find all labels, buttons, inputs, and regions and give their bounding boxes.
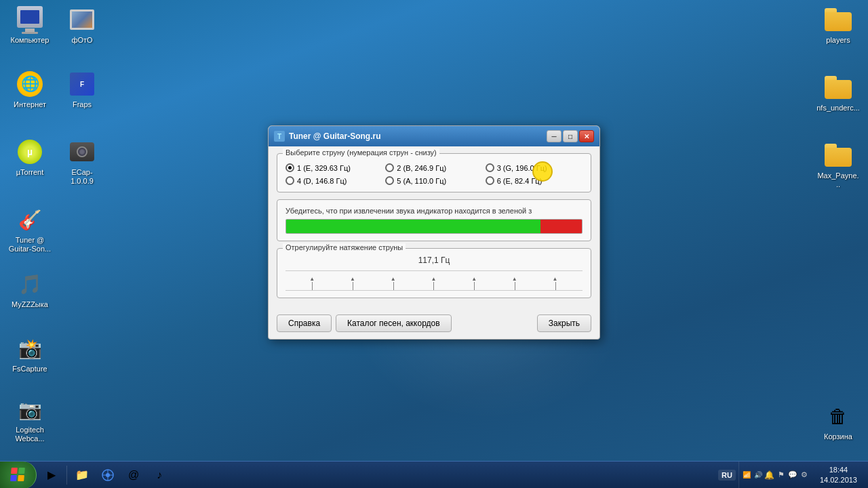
desktop-icon-nfs[interactable]: nfs_underc... [814, 71, 863, 115]
string-radio-3[interactable]: 3 (G, 196.0 Гц) [486, 163, 583, 172]
tray-icon-wifi[interactable]: 🔊 [753, 470, 763, 480]
tray-icon-network[interactable]: 📶 [742, 470, 751, 480]
desktop-icon-label: Корзина [824, 432, 852, 441]
taskbar: ▶ 📁 @ ♪ RU 📶 [0, 461, 868, 488]
taskbar-music-button[interactable]: ♪ [147, 464, 172, 487]
desktop-icon-fraps[interactable]: F Fraps [58, 68, 106, 112]
radio-dot-4[interactable] [285, 176, 294, 185]
string-label-4: 4 (D, 146.8 Гц) [297, 177, 347, 185]
string-label-6: 6 (E, 82.4 Гц) [497, 177, 542, 185]
tuning-section-legend: Отрегулируйте натяжение струны [283, 243, 406, 251]
tuning-tick-7 [555, 282, 556, 290]
close-button[interactable]: ✕ [579, 130, 594, 142]
catalog-button[interactable]: Каталог песен, аккордов [336, 314, 452, 332]
tuning-tick-6 [515, 282, 515, 290]
dialog-controls: ─ □ ✕ [547, 130, 594, 142]
taskbar-filemanager-button[interactable]: 📁 [70, 464, 94, 487]
tuning-tick-2 [353, 282, 353, 290]
desktop-icon-photo[interactable]: фОтО [58, 3, 106, 47]
desktop-icon-fscapture[interactable]: 📸 FsCapture [5, 332, 54, 376]
desktop-icon-label: Компьютер [11, 36, 50, 45]
dialog-titlebar[interactable]: T Tuner @ Guitar-Song.ru ─ □ ✕ [269, 126, 599, 146]
tuning-scale [285, 270, 583, 291]
desktop-icon-internet[interactable]: 🌐 Интернет [5, 68, 54, 112]
radio-dot-6[interactable] [486, 176, 494, 185]
volume-bar-green [286, 220, 540, 233]
desktop-icon-tuner[interactable]: 🎸 Tuner @ Guitar-Son... [5, 203, 54, 256]
dialog-footer: Справка Каталог песен, аккордов Закрыть [269, 312, 599, 339]
dialog-title-text: Tuner @ Guitar-Song.ru [289, 131, 547, 141]
desktop-icon-computer[interactable]: Компьютер [5, 3, 54, 47]
radio-dot-5[interactable] [385, 176, 394, 185]
radio-dot-2[interactable] [385, 163, 394, 172]
tuner-dialog: T Tuner @ Guitar-Song.ru ─ □ ✕ Выберите … [268, 125, 600, 340]
tuning-tick-3 [393, 282, 394, 290]
taskbar-apps: ▶ 📁 @ ♪ [37, 462, 174, 488]
chrome-icon [102, 469, 114, 481]
language-indicator[interactable]: RU [718, 470, 736, 481]
string-label-5: 5 (A, 110.0 Гц) [397, 177, 446, 185]
desktop-icon-label: nfs_underc... [816, 104, 860, 113]
desktop-icon-recycle[interactable]: 🗑 Корзина [814, 400, 863, 444]
dialog-content: Выберите струну (нумерация струн - снизу… [269, 146, 599, 312]
tuning-tick-4 [433, 282, 434, 290]
maximize-button[interactable]: □ [563, 130, 578, 142]
radio-dot-3[interactable] [486, 163, 494, 172]
clock-date: 14.02.2013 [820, 475, 857, 485]
volume-bar [285, 219, 583, 234]
desktop-icon-players[interactable]: players [814, 3, 863, 47]
desktop-icon-ecap[interactable]: ECap-1.0.0.9 [58, 136, 106, 188]
string-label-1: 1 (E, 329.63 Гц) [297, 164, 351, 172]
section-legend: Выберите струну (нумерация струн - снизу… [283, 148, 439, 157]
desktop-icon-webcam[interactable]: 📷 Logitech Webca... [5, 393, 54, 446]
taskbar-media-button[interactable]: ▶ [39, 464, 64, 487]
desktop: Компьютер фОтО 🌐 Интернет F Fraps µ [0, 0, 868, 488]
win-pane-green [18, 468, 25, 474]
minimize-button[interactable]: ─ [547, 130, 561, 142]
desktop-icon-label: µTorrent [16, 168, 44, 177]
tuning-tick-1 [312, 282, 313, 290]
volume-hint-text: Убедитесь, что при извлечении звука инди… [285, 207, 583, 215]
tray-icon-volume[interactable]: 🔔 [765, 470, 774, 480]
string-label-2: 2 (B, 246.9 Гц) [397, 164, 446, 172]
tuning-section: Отрегулируйте натяжение струны 117,1 Гц [277, 248, 591, 298]
desktop-icon-label: ECap-1.0.0.9 [60, 168, 104, 186]
desktop-icon-utorrent[interactable]: µ µTorrent [5, 136, 54, 180]
string-radio-4[interactable]: 4 (D, 146.8 Гц) [285, 176, 382, 185]
close-dialog-button[interactable]: Закрыть [537, 314, 591, 332]
volume-bar-red [540, 220, 582, 233]
taskbar-agent-button[interactable]: @ [121, 464, 146, 487]
dialog-title-icon: T [274, 131, 285, 142]
clock-time: 18:44 [829, 465, 848, 474]
desktop-icon-label: MyZZZыка [12, 300, 48, 309]
taskbar-browser-button[interactable] [96, 464, 120, 487]
tray-icon-uac[interactable]: ⚑ [776, 470, 786, 480]
desktop-icon-label: Tuner @ Guitar-Son... [8, 236, 52, 253]
win-pane-yellow [18, 475, 24, 481]
string-selection-section: Выберите струну (нумерация струн - снизу… [277, 153, 591, 192]
tuning-tick-5 [474, 282, 475, 290]
string-radio-5[interactable]: 5 (A, 110.0 Гц) [385, 176, 482, 185]
start-button[interactable] [0, 462, 37, 489]
desktop-icon-label: Интернет [14, 100, 46, 109]
clock-area[interactable]: 18:44 14.02.2013 [814, 465, 863, 485]
frequency-display: 117,1 Гц [285, 256, 583, 265]
desktop-icon-label: players [826, 36, 850, 45]
tray-area: 📶 🔊 🔔 ⚑ 💬 ⚙ [738, 462, 812, 488]
windows-logo [11, 468, 26, 483]
tray-icon-extra[interactable]: ⚙ [800, 470, 809, 480]
tray-icon-msg[interactable]: 💬 [788, 470, 797, 480]
string-radio-6[interactable]: 6 (E, 82.4 Гц) [486, 176, 583, 185]
win-pane-blue [10, 475, 17, 481]
desktop-icon-music[interactable]: 🎵 MyZZZыка [5, 268, 54, 312]
radio-dot-1[interactable] [285, 163, 294, 172]
string-radio-1[interactable]: 1 (E, 329.63 Гц) [285, 163, 382, 172]
taskbar-divider-1 [66, 466, 67, 485]
help-button[interactable]: Справка [277, 314, 332, 332]
desktop-icon-label: FsCapture [12, 365, 47, 373]
string-label-3: 3 (G, 196.0 Гц) [497, 164, 547, 172]
string-radio-2[interactable]: 2 (B, 246.9 Гц) [385, 163, 482, 172]
desktop-icon-maxpayne[interactable]: Max_Payne... [814, 139, 863, 192]
desktop-icon-label: Logitech Webca... [8, 426, 52, 443]
string-radio-grid: 1 (E, 329.63 Гц) 2 (B, 246.9 Гц) 3 (G, 1… [285, 163, 583, 185]
